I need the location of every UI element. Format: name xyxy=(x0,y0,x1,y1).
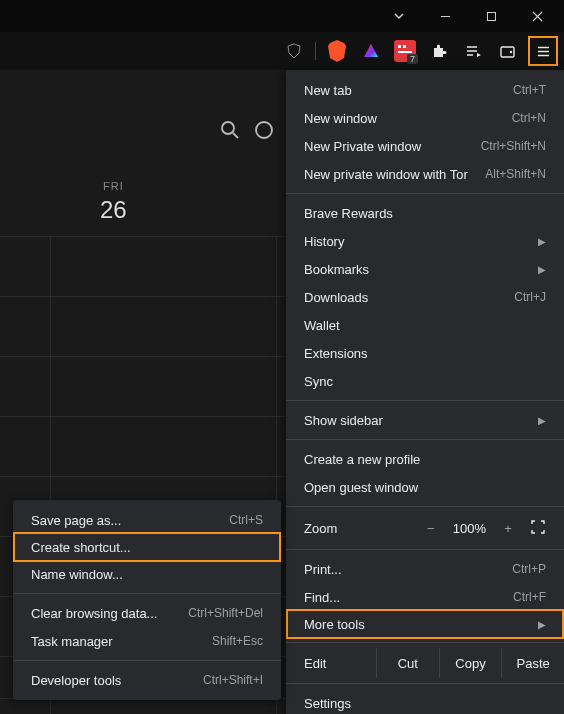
menu-extensions[interactable]: Extensions xyxy=(286,339,564,367)
menu-wallet[interactable]: Wallet xyxy=(286,311,564,339)
menu-separator xyxy=(286,400,564,401)
menu-separator xyxy=(286,642,564,643)
maximize-button[interactable] xyxy=(468,0,514,32)
menu-bookmarks[interactable]: Bookmarks▶ xyxy=(286,255,564,283)
shield-icon[interactable] xyxy=(281,38,307,64)
menu-downloads[interactable]: DownloadsCtrl+J xyxy=(286,283,564,311)
search-icon[interactable] xyxy=(220,120,240,144)
submenu-dev-tools[interactable]: Developer toolsCtrl+Shift+I xyxy=(13,666,281,694)
svg-rect-2 xyxy=(398,45,401,48)
menu-zoom: Zoom − 100% + xyxy=(286,512,564,544)
submenu-clear-data[interactable]: Clear browsing data...Ctrl+Shift+Del xyxy=(13,599,281,627)
menu-sync[interactable]: Sync xyxy=(286,367,564,395)
dropdown-chevron-icon[interactable] xyxy=(376,0,422,32)
zoom-out-button[interactable]: − xyxy=(419,521,443,536)
paste-button[interactable]: Paste xyxy=(501,648,564,678)
menu-find[interactable]: Find...Ctrl+F xyxy=(286,583,564,611)
browser-toolbar: 7 xyxy=(0,32,564,70)
submenu-name-window[interactable]: Name window... xyxy=(13,560,281,588)
puzzle-icon[interactable] xyxy=(426,38,452,64)
svg-point-9 xyxy=(256,122,272,138)
toolbar-separator xyxy=(315,42,316,60)
copy-button[interactable]: Copy xyxy=(439,648,502,678)
window-controls xyxy=(0,0,564,32)
svg-rect-4 xyxy=(398,51,412,53)
menu-more-tools[interactable]: More tools▶ xyxy=(286,609,564,639)
extension-badge: 7 xyxy=(407,54,418,64)
submenu-create-shortcut[interactable]: Create shortcut... xyxy=(13,532,281,562)
menu-separator xyxy=(286,439,564,440)
menu-print[interactable]: Print...Ctrl+P xyxy=(286,555,564,583)
menu-new-private[interactable]: New Private windowCtrl+Shift+N xyxy=(286,132,564,160)
menu-separator xyxy=(286,683,564,684)
chevron-right-icon: ▶ xyxy=(538,264,546,275)
main-menu: New tabCtrl+T New windowCtrl+N New Priva… xyxy=(286,70,564,714)
extension-red-icon[interactable]: 7 xyxy=(392,38,418,64)
more-tools-submenu: Save page as...Ctrl+S Create shortcut...… xyxy=(13,500,281,700)
chevron-right-icon: ▶ xyxy=(538,619,546,630)
svg-point-7 xyxy=(222,122,234,134)
wallet-toolbar-icon[interactable] xyxy=(494,38,520,64)
submenu-save-page[interactable]: Save page as...Ctrl+S xyxy=(13,506,281,534)
menu-new-window[interactable]: New windowCtrl+N xyxy=(286,104,564,132)
cut-button[interactable]: Cut xyxy=(376,648,439,678)
day-number: 26 xyxy=(100,196,127,224)
menu-new-tor[interactable]: New private window with TorAlt+Shift+N xyxy=(286,160,564,188)
playlist-icon[interactable] xyxy=(460,38,486,64)
menu-guest[interactable]: Open guest window xyxy=(286,473,564,501)
chevron-right-icon: ▶ xyxy=(538,236,546,247)
zoom-value: 100% xyxy=(453,521,486,536)
menu-separator xyxy=(13,660,281,661)
menu-history[interactable]: History▶ xyxy=(286,227,564,255)
zoom-in-button[interactable]: + xyxy=(496,521,520,536)
menu-new-tab[interactable]: New tabCtrl+T xyxy=(286,76,564,104)
day-label: FRI xyxy=(100,180,127,192)
menu-edit-row: Edit Cut Copy Paste xyxy=(286,648,564,678)
chevron-right-icon: ▶ xyxy=(538,415,546,426)
triangle-icon[interactable] xyxy=(358,38,384,64)
menu-brave-rewards[interactable]: Brave Rewards xyxy=(286,199,564,227)
menu-separator xyxy=(286,193,564,194)
svg-line-8 xyxy=(233,133,238,138)
help-icon[interactable] xyxy=(254,120,274,144)
menu-create-profile[interactable]: Create a new profile xyxy=(286,445,564,473)
menu-settings[interactable]: Settings xyxy=(286,689,564,714)
calendar-day: FRI 26 xyxy=(100,180,127,224)
menu-show-sidebar[interactable]: Show sidebar▶ xyxy=(286,406,564,434)
svg-rect-3 xyxy=(403,45,406,48)
menu-separator xyxy=(286,506,564,507)
svg-point-6 xyxy=(509,50,511,52)
menu-separator xyxy=(13,593,281,594)
fullscreen-button[interactable] xyxy=(530,519,546,538)
submenu-task-manager[interactable]: Task managerShift+Esc xyxy=(13,627,281,655)
menu-separator xyxy=(286,549,564,550)
brave-lion-icon[interactable] xyxy=(324,38,350,64)
hamburger-menu-button[interactable] xyxy=(528,36,558,66)
minimize-button[interactable] xyxy=(422,0,468,32)
close-button[interactable] xyxy=(514,0,560,32)
svg-rect-1 xyxy=(487,12,495,20)
